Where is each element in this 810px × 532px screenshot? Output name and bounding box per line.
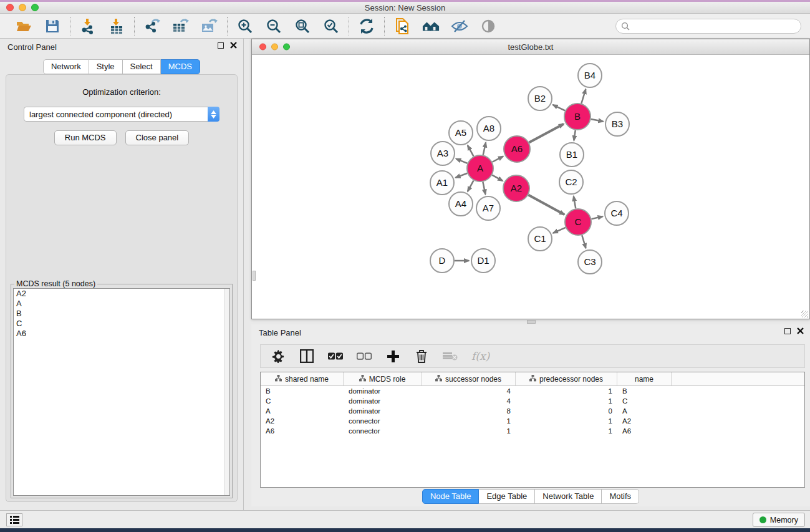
- table-cell[interactable]: A6: [261, 427, 344, 435]
- table-cell[interactable]: 4: [422, 397, 516, 405]
- minimize-window-button[interactable]: [19, 4, 26, 11]
- mcds-result-item[interactable]: B: [14, 309, 229, 319]
- table-tab-node-table[interactable]: Node Table: [422, 489, 480, 504]
- float-panel-icon[interactable]: [218, 42, 224, 49]
- edge-A2-C[interactable]: [528, 195, 564, 215]
- horizontal-scroll-thumb[interactable]: [527, 320, 536, 324]
- network-graph[interactable]: B4B2BB3A8A5A6A3B1AC2A1A2A4A7C4CC1C3DD1: [253, 56, 809, 318]
- table-cell[interactable]: C: [617, 397, 672, 405]
- network-window-titlebar[interactable]: testGlobe.txt: [252, 39, 809, 55]
- edge-B-B3[interactable]: [591, 119, 604, 122]
- run-mcds-button[interactable]: Run MCDS: [54, 130, 117, 145]
- table-cell[interactable]: A2: [261, 417, 344, 425]
- table-cell[interactable]: 1: [516, 417, 617, 425]
- table-cell[interactable]: dominator: [344, 397, 422, 405]
- zoom-window-button[interactable]: [31, 4, 39, 11]
- export-table-icon[interactable]: [172, 17, 190, 35]
- table-cell[interactable]: 1: [516, 397, 617, 405]
- column-header-predecessor-nodes[interactable]: predecessor nodes: [516, 372, 617, 385]
- table-row[interactable]: Bdominator41B: [261, 386, 804, 396]
- minimize-view-button[interactable]: [271, 44, 278, 51]
- node-table[interactable]: shared nameMCDS rolesuccessor nodesprede…: [260, 372, 805, 488]
- mcds-result-list[interactable]: A2ABCA6: [13, 288, 230, 496]
- table-cell[interactable]: 4: [422, 387, 516, 395]
- edge-A6-B[interactable]: [529, 124, 564, 143]
- hide-graphics-details-icon[interactable]: [451, 17, 468, 35]
- mcds-result-item[interactable]: A2: [14, 289, 229, 299]
- zoom-in-icon[interactable]: [236, 17, 254, 35]
- task-history-button[interactable]: [6, 513, 22, 526]
- table-cell[interactable]: C: [261, 397, 344, 405]
- table-row[interactable]: A6connector11A6: [261, 426, 804, 436]
- float-table-panel-icon[interactable]: [784, 328, 791, 334]
- close-panel-button[interactable]: Close panel: [125, 130, 190, 145]
- mcds-result-item[interactable]: A6: [14, 329, 229, 339]
- zoom-out-icon[interactable]: [265, 17, 282, 35]
- edge-C-C2[interactable]: [574, 196, 576, 209]
- zoom-fit-icon[interactable]: [294, 17, 311, 35]
- search-field[interactable]: [615, 19, 801, 34]
- table-cell[interactable]: A: [617, 407, 672, 415]
- edge-A-A7[interactable]: [483, 182, 485, 195]
- table-cell[interactable]: connector: [344, 427, 422, 435]
- save-session-icon[interactable]: [44, 17, 61, 35]
- table-cell[interactable]: A: [261, 407, 344, 415]
- network-canvas[interactable]: B4B2BB3A8A5A6A3B1AC2A1A2A4A7C4CC1C3DD1: [253, 56, 809, 318]
- table-cell[interactable]: 1: [422, 427, 516, 435]
- export-image-icon[interactable]: [201, 17, 218, 35]
- column-header-name[interactable]: name: [617, 372, 672, 385]
- table-row[interactable]: Adominator80A: [261, 406, 804, 416]
- edge-B-B2[interactable]: [553, 105, 565, 110]
- table-cell[interactable]: 1: [516, 387, 617, 395]
- delete-icon[interactable]: [414, 349, 429, 364]
- close-table-panel-icon[interactable]: [797, 327, 804, 334]
- table-tab-motifs[interactable]: Motifs: [602, 489, 639, 504]
- table-cell[interactable]: B: [261, 387, 344, 395]
- table-row[interactable]: Cdominator41C: [261, 396, 804, 406]
- export-network-icon[interactable]: [143, 17, 161, 35]
- edge-A-A2[interactable]: [492, 175, 503, 181]
- zoom-view-button[interactable]: [283, 44, 290, 51]
- table-tab-edge-table[interactable]: Edge Table: [479, 489, 535, 504]
- table-cell[interactable]: 1: [516, 427, 617, 435]
- zoom-selected-icon[interactable]: [322, 17, 340, 35]
- tab-mcds[interactable]: MCDS: [161, 59, 200, 74]
- table-cell[interactable]: 8: [422, 407, 516, 415]
- edge-A-A3[interactable]: [456, 159, 467, 163]
- memory-button[interactable]: Memory: [753, 513, 805, 527]
- edge-A-A1[interactable]: [456, 173, 468, 178]
- open-session-icon[interactable]: [15, 17, 32, 35]
- table-cell[interactable]: connector: [344, 417, 422, 425]
- table-cell[interactable]: A6: [617, 427, 672, 435]
- tab-select[interactable]: Select: [123, 59, 161, 74]
- first-neighbors-icon[interactable]: [422, 17, 440, 35]
- edge-C-C3[interactable]: [582, 235, 586, 248]
- edge-A-A6[interactable]: [492, 157, 503, 162]
- list-scrollbar[interactable]: [224, 289, 229, 495]
- network-view-window[interactable]: testGlobe.txt B4B2BB3A8A5A6A3B1AC2A1A2A4…: [251, 39, 810, 319]
- apply-layout-icon[interactable]: [358, 17, 375, 35]
- import-network-icon[interactable]: [79, 17, 97, 35]
- edge-C-C4[interactable]: [591, 216, 602, 219]
- deselect-all-icon[interactable]: [357, 349, 372, 364]
- table-row[interactable]: A2connector11A2: [261, 416, 804, 426]
- search-input[interactable]: [633, 22, 796, 31]
- gear-icon[interactable]: [271, 349, 286, 364]
- column-header-shared-name[interactable]: shared name: [261, 372, 344, 385]
- mcds-result-item[interactable]: C: [14, 319, 229, 329]
- edge-A-A8[interactable]: [483, 142, 486, 155]
- edge-A-A5[interactable]: [468, 145, 474, 156]
- close-view-button[interactable]: [259, 44, 266, 51]
- table-cell[interactable]: 1: [422, 417, 516, 425]
- table-cell[interactable]: dominator: [344, 387, 422, 395]
- vertical-scroll-thumb[interactable]: [253, 271, 256, 281]
- import-table-icon[interactable]: [108, 17, 125, 35]
- criterion-select[interactable]: largest connected component (directed): [24, 107, 219, 122]
- resize-grip-icon[interactable]: [801, 311, 808, 317]
- column-header-MCDS-role[interactable]: MCDS role: [344, 372, 422, 385]
- close-window-button[interactable]: [6, 4, 14, 11]
- columns-icon[interactable]: [299, 349, 314, 364]
- column-header-successor-nodes[interactable]: successor nodes: [422, 372, 516, 385]
- edge-C-C1[interactable]: [553, 228, 566, 233]
- table-tab-network-table[interactable]: Network Table: [535, 489, 602, 504]
